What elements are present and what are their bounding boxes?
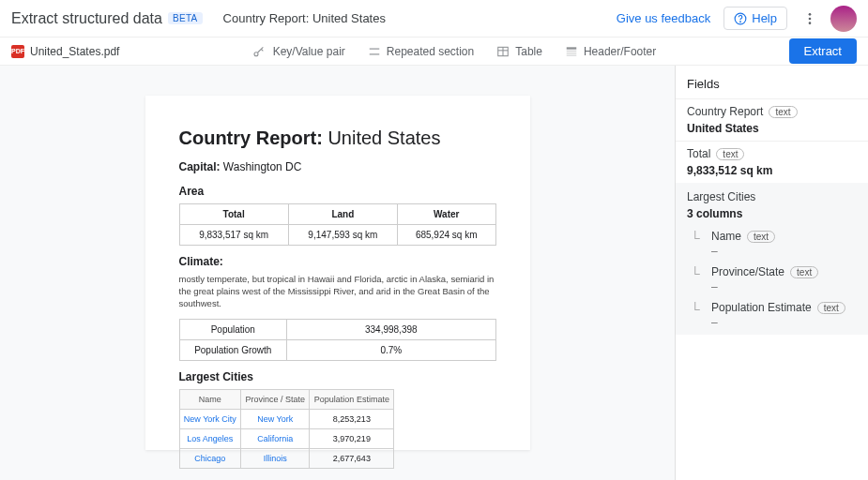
table-row: ChicagoIllinois2,677,643 xyxy=(179,449,394,469)
nested-field-province[interactable]: └ Province/Statetext – xyxy=(676,262,868,297)
tool-header-footer[interactable]: Header/Footer xyxy=(565,45,656,58)
document-viewport[interactable]: Country Report: United States Capital: W… xyxy=(0,66,675,480)
svg-rect-11 xyxy=(567,47,577,49)
type-chip: text xyxy=(716,148,744,160)
field-country-report[interactable]: Country Reporttext United States xyxy=(676,98,868,141)
table-row: New York CityNew York8,253,213 xyxy=(179,410,394,429)
doc-climate-text: mostly temperate, but tropical in Hawaii… xyxy=(179,274,496,309)
doc-cities-label: Largest Cities xyxy=(179,370,496,383)
user-avatar[interactable] xyxy=(830,6,857,32)
table-row: Los AngelesCalifornia3,970,219 xyxy=(179,429,394,449)
help-icon xyxy=(734,12,747,25)
help-button[interactable]: Help xyxy=(723,7,787,30)
extract-button[interactable]: Extract xyxy=(789,38,857,64)
doc-heading: Country Report: United States xyxy=(179,128,496,149)
nested-field-population-estimate[interactable]: └ Population Estimatetext – xyxy=(676,297,868,333)
pdf-icon: PDF xyxy=(11,45,24,58)
file-name: United_States.pdf xyxy=(30,45,119,58)
svg-point-3 xyxy=(809,17,812,20)
corner-icon: └ xyxy=(691,266,704,281)
area-table: TotalLandWater 9,833,517 sq km9,147,593 … xyxy=(179,203,496,246)
tool-key-value[interactable]: Key/Value pair xyxy=(252,45,345,58)
doc-climate-label: Climate: xyxy=(179,255,496,268)
field-largest-cities[interactable]: Largest Cities 3 columns └ Nametext – └ … xyxy=(676,183,868,335)
beta-badge: BETA xyxy=(168,12,203,24)
svg-point-4 xyxy=(809,22,812,24)
app-title: Extract structured data xyxy=(11,10,162,27)
type-chip: text xyxy=(769,106,797,118)
file-chip[interactable]: PDF United_States.pdf xyxy=(11,45,119,58)
field-total[interactable]: Totaltext 9,833,512 sq km xyxy=(676,141,868,183)
cities-table: NameProvince / StatePopulation Estimate … xyxy=(179,389,395,469)
corner-icon: └ xyxy=(691,231,704,246)
fields-panel: Fields Country Reporttext United States … xyxy=(675,66,868,480)
svg-rect-14 xyxy=(567,54,577,55)
app-header: Extract structured data BETA Country Rep… xyxy=(0,0,868,38)
more-vert-icon xyxy=(802,11,817,26)
feedback-link[interactable]: Give us feedback xyxy=(617,11,710,25)
tool-table[interactable]: Table xyxy=(496,45,542,58)
svg-point-2 xyxy=(809,13,812,16)
more-menu-button[interactable] xyxy=(797,6,823,32)
tool-repeated-section[interactable]: Repeated section xyxy=(368,45,474,58)
panel-title: Fields xyxy=(676,66,868,98)
nested-field-name[interactable]: └ Nametext – xyxy=(676,226,868,262)
repeated-icon xyxy=(368,45,381,58)
header-footer-icon xyxy=(565,45,578,58)
toolbar: PDF United_States.pdf Key/Value pair Rep… xyxy=(0,38,868,66)
svg-rect-12 xyxy=(567,50,577,51)
svg-point-1 xyxy=(740,21,741,22)
document-page: Country Report: United States Capital: W… xyxy=(145,96,530,450)
population-table: Population334,998,398 Population Growth0… xyxy=(179,319,496,361)
help-label: Help xyxy=(752,11,777,25)
svg-point-5 xyxy=(254,52,258,55)
key-value-icon xyxy=(252,45,267,58)
svg-rect-13 xyxy=(567,52,577,53)
doc-capital: Capital: Washington DC xyxy=(179,160,496,173)
table-icon xyxy=(496,45,510,58)
doc-area-label: Area xyxy=(179,185,496,198)
corner-icon: └ xyxy=(691,302,704,317)
doc-title-header: Country Report: United States xyxy=(223,11,386,25)
